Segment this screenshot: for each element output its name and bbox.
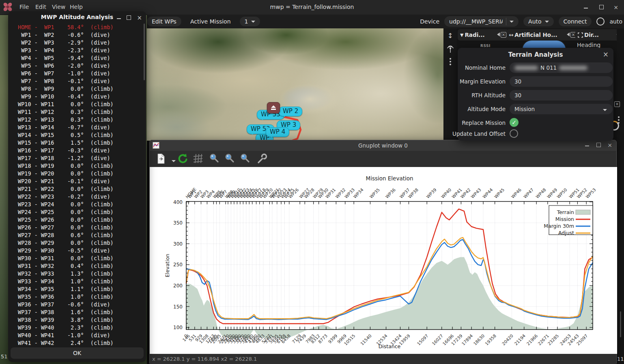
altitude-row: WP35 - WP36 1.0° (climb) <box>8 293 146 301</box>
svg-text:400: 400 <box>173 199 183 205</box>
update-land-offset-checkbox[interactable] <box>510 129 518 138</box>
svg-text:WP53: WP53 <box>585 187 597 199</box>
altitude-row: WP21 - WP22 0.0° (climb) <box>8 185 146 193</box>
close-panel-icon[interactable]: × <box>501 32 506 38</box>
svg-text:100: 100 <box>173 325 183 330</box>
altitude-row: WP1 - WP2 -0.6° (dive) <box>8 31 146 39</box>
svg-text:Terrain: Terrain <box>557 209 574 215</box>
altitude-row: WP13 - WP14 -0.7° (dive) <box>8 124 146 131</box>
altitude-list: HOME - WP1 58.4° (climb) WP1 - WP2 -0.6°… <box>8 24 146 347</box>
svg-text:9399: 9399 <box>327 333 338 344</box>
svg-text:WP49: WP49 <box>546 187 558 199</box>
svg-text:17894: 17894 <box>460 333 473 346</box>
svg-text:WP48: WP48 <box>535 187 547 199</box>
scrollbar[interactable] <box>144 24 145 80</box>
undock-icon[interactable] <box>565 32 570 36</box>
minimize-button[interactable] <box>117 14 121 21</box>
rth-altitude-field[interactable]: 30 <box>510 90 613 101</box>
close-button[interactable]: × <box>607 142 613 148</box>
gnuplot-window: Gnuplot window 0 × <box>149 140 617 364</box>
altitude-row: WP18 - WP19 0.0° (climb) <box>8 162 146 170</box>
altitude-row: HOME - WP1 58.4° (climb) <box>8 24 146 31</box>
svg-text:Margin 30m: Margin 30m <box>544 223 574 229</box>
settings-wrench-icon[interactable] <box>256 153 267 165</box>
scrollbar[interactable] <box>620 311 621 337</box>
altitude-row: WP27 - WP28 0.6° (climb) <box>8 231 146 239</box>
minimize-button[interactable] <box>584 142 590 148</box>
connect-button[interactable]: Connect <box>559 17 592 26</box>
zoom-previous-icon[interactable] <box>224 153 235 164</box>
radio-tower-icon[interactable] <box>443 44 457 55</box>
map-canvas[interactable]: WP 53WP 2WP 3WPWP 52WP 4 <box>147 28 443 141</box>
zoom-next-icon[interactable] <box>240 153 250 164</box>
nominal-home-field[interactable]: N 011 <box>510 62 613 73</box>
altitude-mode-select[interactable]: Mission <box>510 104 613 114</box>
altitude-row: WP11 - WP12 0.3° (climb) <box>8 108 146 116</box>
altitude-row: WP16 - WP17 -0.3° (dive) <box>8 147 146 154</box>
rth-altitude-label: RTH Altitude <box>471 92 506 98</box>
elevation-chart: HOME0WP1146WP2531WP3929WP41308WP51713WP6… <box>150 167 617 354</box>
device-label: Device <box>420 18 439 25</box>
ok-button[interactable]: OK <box>11 347 144 359</box>
gnuplot-titlebar[interactable]: Gnuplot window 0 × <box>150 140 616 151</box>
undock-icon[interactable] <box>495 32 500 36</box>
altitude-row: WP12 - WP13 0.3° (climb) <box>8 116 146 124</box>
auto-connect-radio[interactable] <box>596 17 605 26</box>
mission-number-dropdown[interactable]: 1 <box>240 17 260 26</box>
rssi-label: RSSI <box>480 44 491 48</box>
svg-text:350: 350 <box>173 220 183 226</box>
chevron-down-icon <box>251 21 255 25</box>
chevron-down-icon <box>510 21 514 25</box>
minimize-button[interactable] <box>583 4 589 11</box>
waypoint-marker[interactable]: WP 2 <box>279 107 302 116</box>
close-button[interactable]: × <box>613 4 619 11</box>
close-panel-icon[interactable]: × <box>614 101 620 107</box>
margin-elevation-field[interactable]: 30 <box>510 76 613 87</box>
svg-text:300: 300 <box>173 241 183 247</box>
grid-toggle-icon[interactable] <box>193 153 203 164</box>
altitude-row: WP5 - WP6 -2.0° (dive) <box>8 62 146 70</box>
gnuplot-window-title: Gnuplot window 0 <box>150 142 616 149</box>
svg-text:WP36: WP36 <box>384 187 396 199</box>
altitude-row: WP29 - WP30 -0.5° (dive) <box>8 247 146 255</box>
svg-text:18630: 18630 <box>472 333 485 346</box>
more-options-icon[interactable] <box>443 57 457 66</box>
altitude-row: WP3 - WP4 -2.3° (dive) <box>8 47 146 54</box>
radio-status-panel[interactable]: ▼ Radi... × <box>458 29 509 41</box>
svg-text:21194: 21194 <box>513 333 526 346</box>
svg-text:WP43: WP43 <box>470 187 482 199</box>
close-button[interactable]: × <box>137 14 142 21</box>
altitude-row: WP10 - WP11 0.0° (climb) <box>8 101 146 108</box>
dock-icon-strip: ↕ <box>443 28 457 141</box>
crop-corners-icon <box>578 32 583 38</box>
altitude-row: WP15 - WP16 1.5° (climb) <box>8 139 146 147</box>
svg-text:23285: 23285 <box>547 333 559 346</box>
maximize-button[interactable] <box>127 14 131 21</box>
altitude-row: WP14 - WP15 0.5° (climb) <box>8 131 146 139</box>
altitude-row: WP2 - WP3 -2.9° (dive) <box>8 39 146 47</box>
replace-mission-checkbox[interactable]: ✓ <box>510 118 519 127</box>
svg-text:19358: 19358 <box>484 333 497 346</box>
gnuplot-statusbar: x = 26228.1 y = 116.894 x2 = 26228.1 <box>150 354 616 364</box>
window-title: mwp = Terrain_follow.mission <box>0 4 624 10</box>
maximize-button[interactable] <box>598 4 605 11</box>
edit-wps-button[interactable]: Edit WPs <box>147 17 181 26</box>
device-combo[interactable]: udp://__MWP_SERIAL_HO <box>444 16 519 27</box>
replot-icon[interactable] <box>176 153 188 165</box>
chevron-down-icon <box>603 109 607 113</box>
export-icon[interactable] <box>156 153 166 164</box>
home-marker[interactable] <box>267 102 280 113</box>
waypoint-marker[interactable]: WP 4 <box>266 127 289 137</box>
zoom-icon[interactable] <box>209 153 219 164</box>
close-icon[interactable]: × <box>603 50 609 58</box>
resize-vertical-icon[interactable]: ↕ <box>443 32 457 40</box>
baud-auto-dropdown[interactable]: Auto <box>523 17 554 26</box>
altitude-row: WP26 - WP27 0.0° (climb) <box>8 224 146 231</box>
svg-text:16027: 16027 <box>431 333 444 346</box>
artificial-horizon-panel[interactable]: ↔ Artificial Ho... × <box>506 29 579 41</box>
nominal-home-label: Nominal Home <box>465 64 506 71</box>
chevron-down-icon[interactable] <box>172 160 176 164</box>
svg-text:WP50: WP50 <box>556 187 568 199</box>
margin-elevation-label: Margin Elevation <box>460 78 506 85</box>
maximize-button[interactable] <box>595 142 602 148</box>
